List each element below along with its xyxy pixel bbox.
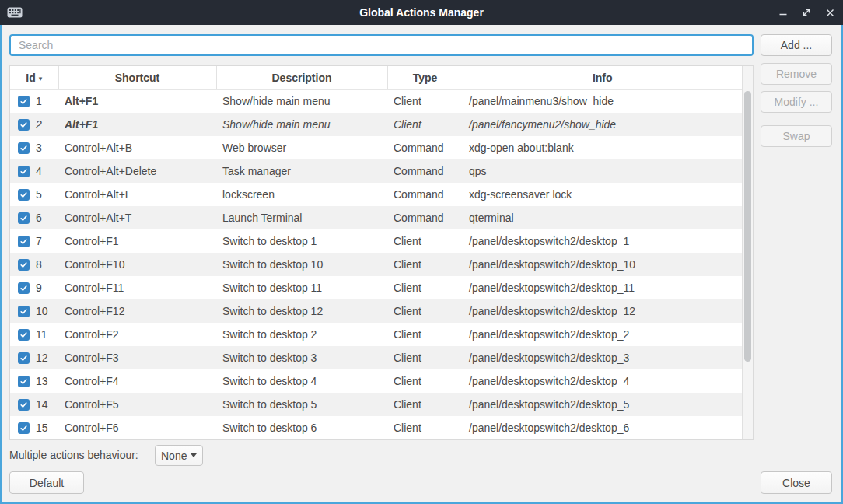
check-icon — [19, 377, 28, 386]
cell-id: 14 — [10, 393, 58, 416]
maximize-icon — [802, 8, 811, 17]
cell-type: Client — [387, 416, 463, 439]
cell-description: Switch to desktop 6 — [216, 416, 387, 439]
cell-description: Switch to desktop 11 — [216, 276, 387, 299]
column-header-description[interactable]: Description — [216, 66, 387, 89]
table-row[interactable]: 10 Control+F12 Switch to desktop 12 Clie… — [10, 299, 742, 323]
row-enabled-checkbox[interactable] — [18, 119, 30, 131]
cell-id-number: 3 — [36, 142, 42, 154]
table-row[interactable]: 3 Control+Alt+B Web browser Command xdg-… — [10, 136, 742, 159]
row-enabled-checkbox[interactable] — [18, 376, 30, 387]
row-enabled-checkbox[interactable] — [18, 212, 30, 224]
check-icon — [19, 354, 28, 362]
table-row[interactable]: 8 Control+F10 Switch to desktop 10 Clien… — [10, 253, 742, 276]
maximize-button[interactable] — [801, 7, 812, 18]
table-row[interactable]: 5 Control+Alt+L lockscreen Command xdg-s… — [10, 183, 742, 206]
cell-shortcut: Alt+F1 — [58, 89, 216, 113]
check-icon — [19, 424, 28, 432]
behaviour-dropdown[interactable]: None — [155, 445, 203, 466]
column-header-type[interactable]: Type — [387, 66, 463, 89]
column-header-id[interactable]: Id▾ — [10, 66, 58, 89]
row-enabled-checkbox[interactable] — [18, 96, 30, 107]
row-enabled-checkbox[interactable] — [18, 422, 30, 434]
table-row[interactable]: 13 Control+F4 Switch to desktop 4 Client… — [10, 369, 742, 393]
minimize-button[interactable] — [778, 7, 789, 18]
cell-shortcut: Alt+F1 — [58, 113, 216, 136]
cell-shortcut: Control+F1 — [58, 229, 216, 253]
swap-button[interactable]: Swap — [761, 125, 832, 147]
cell-shortcut: Control+Alt+T — [58, 206, 216, 229]
cell-id-number: 6 — [36, 212, 42, 224]
cell-shortcut: Control+F11 — [58, 276, 216, 299]
cell-id: 10 — [10, 299, 58, 323]
table-row[interactable]: 7 Control+F1 Switch to desktop 1 Client … — [10, 229, 742, 253]
cell-type: Client — [387, 276, 463, 299]
check-icon — [19, 144, 28, 152]
check-icon — [19, 307, 28, 316]
cell-type: Command — [387, 136, 463, 159]
modify-button[interactable]: Modify ... — [761, 91, 832, 113]
cell-info: /panel/fancymenu2/show_hide — [463, 113, 742, 136]
close-window-button[interactable] — [824, 7, 835, 18]
cell-info: /panel/desktopswitch2/desktop_10 — [463, 253, 742, 276]
remove-button[interactable]: Remove — [761, 63, 832, 85]
cell-id-number: 5 — [36, 188, 42, 201]
check-icon — [19, 191, 28, 199]
cell-description: Switch to desktop 12 — [216, 299, 387, 323]
table-body: 1 Alt+F1 Show/hide main menu Client /pan… — [10, 89, 742, 439]
row-enabled-checkbox[interactable] — [18, 142, 30, 154]
table-row[interactable]: 6 Control+Alt+T Launch Terminal Command … — [10, 206, 742, 229]
scrollbar-thumb[interactable] — [744, 91, 751, 362]
default-button[interactable]: Default — [9, 471, 84, 494]
vertical-scrollbar[interactable] — [742, 66, 753, 439]
table-row[interactable]: 15 Control+F6 Switch to desktop 6 Client… — [10, 416, 742, 439]
table-row[interactable]: 12 Control+F3 Switch to desktop 3 Client… — [10, 346, 742, 369]
row-enabled-checkbox[interactable] — [18, 352, 30, 364]
table-row[interactable]: 14 Control+F5 Switch to desktop 5 Client… — [10, 393, 742, 416]
cell-id-number: 1 — [36, 95, 42, 107]
cell-id: 3 — [10, 136, 58, 159]
row-enabled-checkbox[interactable] — [18, 189, 30, 201]
row-enabled-checkbox[interactable] — [18, 259, 30, 271]
close-button[interactable]: Close — [761, 471, 832, 494]
table-row[interactable]: 2 Alt+F1 Show/hide main menu Client /pan… — [10, 113, 742, 136]
table-row[interactable]: 9 Control+F11 Switch to desktop 11 Clien… — [10, 276, 742, 299]
cell-id: 6 — [10, 206, 58, 229]
cell-type: Client — [387, 323, 463, 346]
row-enabled-checkbox[interactable] — [18, 236, 30, 247]
cell-id-number: 7 — [36, 235, 42, 247]
cell-shortcut: Control+Alt+L — [58, 183, 216, 206]
cell-type: Client — [387, 393, 463, 416]
cell-type: Client — [387, 369, 463, 393]
search-input[interactable] — [9, 34, 754, 56]
row-enabled-checkbox[interactable] — [18, 329, 30, 341]
row-enabled-checkbox[interactable] — [18, 306, 30, 317]
table-row[interactable]: 11 Control+F2 Switch to desktop 2 Client… — [10, 323, 742, 346]
cell-shortcut: Control+Alt+Delete — [58, 159, 216, 183]
row-enabled-checkbox[interactable] — [18, 166, 30, 177]
column-header-description-label: Description — [271, 72, 331, 84]
table-row[interactable]: 4 Control+Alt+Delete Task manager Comman… — [10, 159, 742, 183]
check-icon — [19, 331, 28, 339]
column-header-info[interactable]: Info — [463, 66, 742, 89]
add-button[interactable]: Add ... — [761, 34, 832, 56]
cell-id-number: 11 — [36, 328, 47, 341]
titlebar[interactable]: Global Actions Manager — [0, 0, 843, 25]
table-row[interactable]: 1 Alt+F1 Show/hide main menu Client /pan… — [10, 89, 742, 113]
column-header-shortcut[interactable]: Shortcut — [58, 66, 216, 89]
cell-description: Show/hide main menu — [216, 113, 387, 136]
check-icon — [19, 261, 28, 269]
cell-shortcut: Control+F2 — [58, 323, 216, 346]
cell-id: 7 — [10, 229, 58, 253]
window-title: Global Actions Manager — [359, 6, 484, 19]
cell-description: Show/hide main menu — [216, 89, 387, 113]
column-header-type-label: Type — [413, 72, 438, 84]
multiple-actions-behaviour-label: Multiple actions behaviour: — [9, 445, 138, 466]
row-enabled-checkbox[interactable] — [18, 282, 30, 294]
cell-info: qterminal — [463, 206, 742, 229]
cell-id: 5 — [10, 183, 58, 206]
cell-description: Task manager — [216, 159, 387, 183]
cell-description: Launch Terminal — [216, 206, 387, 229]
row-enabled-checkbox[interactable] — [18, 399, 30, 411]
cell-description: Switch to desktop 2 — [216, 323, 387, 346]
